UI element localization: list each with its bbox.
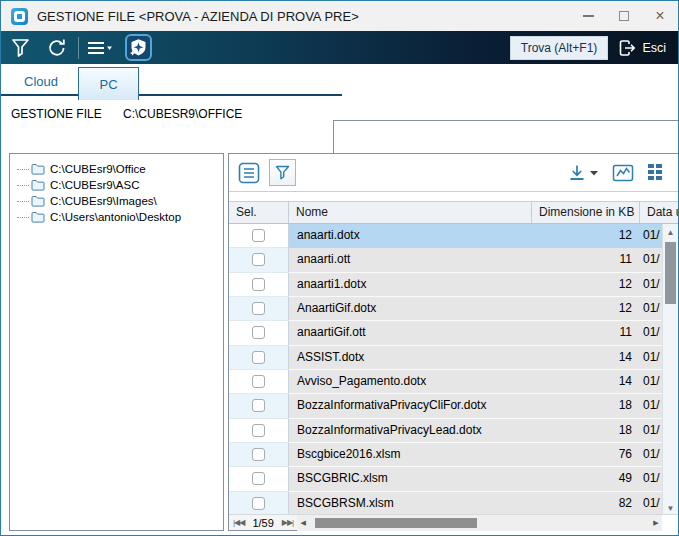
- row-checkbox[interactable]: [252, 278, 265, 291]
- file-date-cell: 01/: [640, 346, 662, 370]
- filter-toggle-button[interactable]: [269, 159, 296, 186]
- scroll-up-arrow[interactable]: ▲: [663, 224, 678, 240]
- refresh-icon: [45, 36, 69, 60]
- row-checkbox[interactable]: [252, 302, 265, 315]
- window-title: GESTIONE FILE <PROVA - AZIENDA DI PROVA …: [37, 9, 359, 24]
- last-page-button[interactable]: ▶▶|: [278, 518, 297, 527]
- toolbar-divider: [78, 37, 79, 59]
- grid-view-button[interactable]: [648, 164, 663, 181]
- page-indicator: 1/59: [248, 517, 277, 529]
- table-row[interactable]: BozzaInformativaPrivacyCliFor.dotx 18 01…: [229, 394, 662, 418]
- select-cell: [229, 346, 289, 370]
- folder-icon: [31, 195, 45, 207]
- select-cell: [229, 492, 289, 516]
- close-button[interactable]: ×: [642, 1, 678, 31]
- minimize-icon: [583, 15, 594, 17]
- tree-connector: [17, 185, 29, 186]
- table-row[interactable]: anaarti.dotx 12 01/: [229, 224, 662, 248]
- list-icon: [238, 162, 260, 184]
- row-checkbox[interactable]: [252, 399, 265, 412]
- grid-header: Sel. Nome Dimensione in KB Data u: [229, 201, 678, 224]
- tab-underline: [1, 94, 342, 96]
- first-page-button[interactable]: |◀◀: [229, 518, 248, 527]
- row-checkbox[interactable]: [252, 253, 265, 266]
- refresh-button[interactable]: [45, 36, 69, 60]
- file-date-cell: 01/: [640, 297, 662, 321]
- vertical-scroll-thumb[interactable]: [665, 242, 676, 304]
- menu-button[interactable]: [88, 41, 113, 55]
- file-name-cell: BSCGBRIC.xlsm: [289, 467, 532, 491]
- list-view-button[interactable]: [238, 162, 260, 184]
- column-header-date[interactable]: Data u: [640, 202, 678, 223]
- table-row[interactable]: BSCGBRSM.xlsm 82 01/: [229, 492, 662, 516]
- table-row[interactable]: anaartiGif.ott 11 01/: [229, 321, 662, 345]
- file-name-cell: anaarti.dotx: [289, 224, 532, 248]
- shield-sparkle-icon: [129, 38, 148, 57]
- select-cell: [229, 321, 289, 345]
- select-cell: [229, 248, 289, 272]
- maximize-button[interactable]: [606, 1, 642, 31]
- tree-item[interactable]: C:\CUBEsr9\ASC: [17, 177, 221, 193]
- tree-connector: [17, 169, 29, 170]
- file-name-cell: ASSIST.dotx: [289, 346, 532, 370]
- file-name-cell: BSCGBRSM.xlsm: [289, 492, 532, 516]
- file-date-cell: 01/: [640, 273, 662, 297]
- horizontal-scroll-thumb[interactable]: [315, 518, 477, 528]
- scroll-right-arrow[interactable]: ▶: [650, 519, 662, 527]
- select-cell: [229, 467, 289, 491]
- column-header-size[interactable]: Dimensione in KB: [532, 202, 640, 223]
- filter-toolbar-button[interactable]: [9, 36, 33, 60]
- pagination-bar: |◀◀ 1/59 ▶▶| ◀ ▶: [229, 514, 678, 530]
- row-checkbox[interactable]: [252, 424, 265, 437]
- file-date-cell: 01/: [640, 467, 662, 491]
- table-row[interactable]: Avviso_Pagamento.dotx 14 01/: [229, 370, 662, 394]
- folder-icon: [31, 179, 45, 191]
- maximize-icon: [619, 11, 629, 21]
- scrollbar-corner: [662, 515, 678, 531]
- funnel-icon: [9, 36, 33, 60]
- column-header-name[interactable]: Nome: [289, 202, 532, 223]
- logout-icon: [617, 38, 637, 58]
- scroll-left-arrow[interactable]: ◀: [297, 519, 309, 527]
- table-row[interactable]: anaarti.ott 11 01/: [229, 248, 662, 272]
- table-row[interactable]: ASSIST.dotx 14 01/: [229, 346, 662, 370]
- assistant-button[interactable]: [125, 34, 152, 61]
- main-toolbar: Trova (Alt+F1) Esci: [1, 31, 678, 64]
- tree-item[interactable]: C:\CUBEsr9\Images\: [17, 193, 221, 209]
- row-checkbox[interactable]: [252, 229, 265, 242]
- row-checkbox[interactable]: [252, 375, 265, 388]
- exit-button[interactable]: Esci: [617, 38, 670, 58]
- row-checkbox[interactable]: [252, 448, 265, 461]
- folder-tree: C:\CUBEsr9\Office C:\CUBEsr9\ASC C:\CUBE…: [9, 153, 224, 531]
- table-row[interactable]: AnaartiGif.dotx 12 01/: [229, 297, 662, 321]
- file-name-cell: anaartiGif.ott: [289, 321, 532, 345]
- tab-pc[interactable]: PC: [78, 67, 139, 100]
- file-size-cell: 11: [532, 248, 640, 272]
- table-row[interactable]: BozzaInformativaPrivacyLead.dotx 18 01/: [229, 419, 662, 443]
- select-cell: [229, 297, 289, 321]
- file-size-cell: 14: [532, 370, 640, 394]
- find-button[interactable]: Trova (Alt+F1): [510, 36, 609, 60]
- tab-cloud[interactable]: Cloud: [5, 69, 77, 94]
- vertical-scrollbar[interactable]: ▲ ▼: [662, 224, 678, 516]
- tree-item-label: C:\CUBEsr9\ASC: [50, 179, 139, 191]
- file-date-cell: 01/: [640, 419, 662, 443]
- tree-item[interactable]: C:\Users\antonio\Desktop: [17, 209, 221, 225]
- tree-item[interactable]: C:\CUBEsr9\Office: [17, 161, 221, 177]
- row-checkbox[interactable]: [252, 351, 265, 364]
- column-header-sel[interactable]: Sel.: [229, 202, 289, 223]
- row-checkbox[interactable]: [252, 472, 265, 485]
- horizontal-scrollbar[interactable]: ◀ ▶: [297, 515, 662, 531]
- chart-button[interactable]: [612, 163, 634, 183]
- table-row[interactable]: anaarti1.dotx 12 01/: [229, 273, 662, 297]
- row-checkbox[interactable]: [252, 326, 265, 339]
- tree-item-label: C:\CUBEsr9\Office: [50, 163, 146, 175]
- file-name-cell: anaarti1.dotx: [289, 273, 532, 297]
- table-row[interactable]: BSCGBRIC.xlsm 49 01/: [229, 467, 662, 491]
- row-checkbox[interactable]: [252, 497, 265, 510]
- file-date-cell: 01/: [640, 224, 662, 248]
- table-row[interactable]: Bscgbice2016.xlsm 76 01/: [229, 443, 662, 467]
- minimize-button[interactable]: [570, 1, 606, 31]
- download-button[interactable]: [567, 163, 598, 183]
- file-date-cell: 01/: [640, 492, 662, 516]
